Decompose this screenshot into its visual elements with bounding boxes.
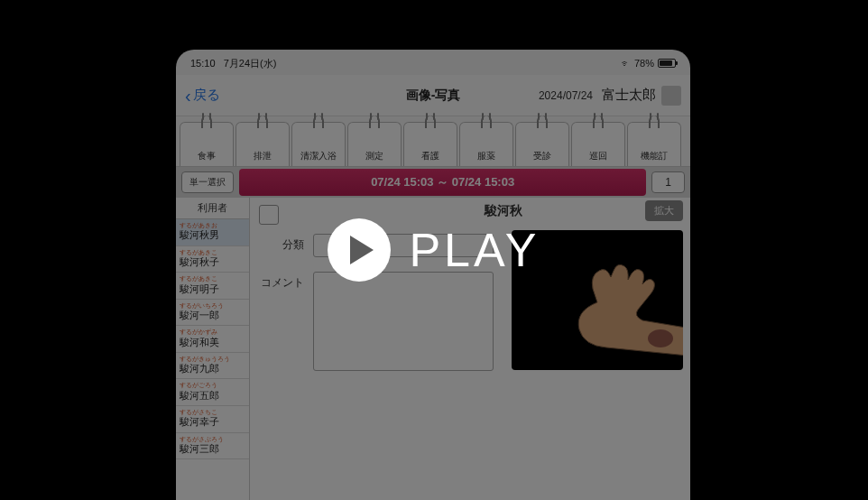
play-icon [350, 236, 374, 264]
play-overlay[interactable]: PLAY [0, 0, 868, 500]
play-text: PLAY [409, 223, 540, 277]
play-button[interactable] [328, 218, 391, 282]
